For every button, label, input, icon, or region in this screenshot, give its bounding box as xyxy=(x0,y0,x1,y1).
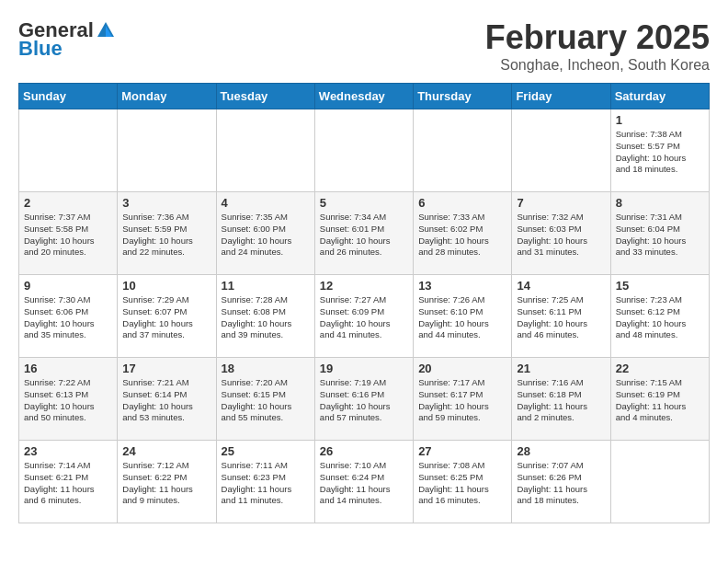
day-info: Sunrise: 7:11 AM Sunset: 6:23 PM Dayligh… xyxy=(222,460,310,507)
logo-icon xyxy=(96,20,116,40)
day-info: Sunrise: 7:28 AM Sunset: 6:08 PM Dayligh… xyxy=(222,294,310,341)
day-info: Sunrise: 7:31 AM Sunset: 6:04 PM Dayligh… xyxy=(616,212,704,259)
calendar-week-row: 16Sunrise: 7:22 AM Sunset: 6:13 PM Dayli… xyxy=(19,358,710,441)
day-info: Sunrise: 7:12 AM Sunset: 6:22 PM Dayligh… xyxy=(122,460,210,507)
calendar-cell xyxy=(414,109,512,192)
day-info: Sunrise: 7:23 AM Sunset: 6:12 PM Dayligh… xyxy=(616,294,704,341)
day-number: 10 xyxy=(122,279,210,293)
calendar-cell xyxy=(314,109,413,192)
day-number: 6 xyxy=(418,196,506,210)
day-number: 25 xyxy=(222,444,310,458)
logo: General Blue xyxy=(18,18,116,61)
day-info: Sunrise: 7:27 AM Sunset: 6:09 PM Dayligh… xyxy=(320,294,408,341)
calendar-cell: 1Sunrise: 7:38 AM Sunset: 5:57 PM Daylig… xyxy=(610,109,709,192)
calendar-cell: 2Sunrise: 7:37 AM Sunset: 5:58 PM Daylig… xyxy=(19,192,118,275)
day-info: Sunrise: 7:20 AM Sunset: 6:15 PM Dayligh… xyxy=(222,377,310,424)
day-number: 2 xyxy=(24,196,112,210)
weekday-header-wednesday: Wednesday xyxy=(314,84,413,109)
calendar-cell: 12Sunrise: 7:27 AM Sunset: 6:09 PM Dayli… xyxy=(314,275,413,358)
day-number: 3 xyxy=(122,196,210,210)
calendar-cell: 20Sunrise: 7:17 AM Sunset: 6:17 PM Dayli… xyxy=(414,358,512,441)
day-info: Sunrise: 7:30 AM Sunset: 6:06 PM Dayligh… xyxy=(24,294,112,341)
weekday-header-friday: Friday xyxy=(512,84,610,109)
month-title: February 2025 xyxy=(485,18,710,57)
day-number: 1 xyxy=(616,113,704,127)
day-info: Sunrise: 7:34 AM Sunset: 6:01 PM Dayligh… xyxy=(320,212,408,259)
weekday-header-saturday: Saturday xyxy=(610,84,709,109)
day-info: Sunrise: 7:29 AM Sunset: 6:07 PM Dayligh… xyxy=(122,294,210,341)
day-info: Sunrise: 7:16 AM Sunset: 6:18 PM Dayligh… xyxy=(517,377,605,424)
calendar-cell: 28Sunrise: 7:07 AM Sunset: 6:26 PM Dayli… xyxy=(512,441,610,523)
day-info: Sunrise: 7:36 AM Sunset: 5:59 PM Dayligh… xyxy=(122,212,210,259)
day-info: Sunrise: 7:35 AM Sunset: 6:00 PM Dayligh… xyxy=(222,212,310,259)
weekday-header-sunday: Sunday xyxy=(19,84,118,109)
calendar-cell: 24Sunrise: 7:12 AM Sunset: 6:22 PM Dayli… xyxy=(118,441,216,523)
calendar-cell: 22Sunrise: 7:15 AM Sunset: 6:19 PM Dayli… xyxy=(610,358,709,441)
calendar-cell xyxy=(19,109,118,192)
calendar-cell: 13Sunrise: 7:26 AM Sunset: 6:10 PM Dayli… xyxy=(414,275,512,358)
day-number: 28 xyxy=(517,444,605,458)
day-number: 8 xyxy=(616,196,704,210)
day-number: 22 xyxy=(616,362,704,375)
calendar-cell: 18Sunrise: 7:20 AM Sunset: 6:15 PM Dayli… xyxy=(216,358,314,441)
calendar-week-row: 1Sunrise: 7:38 AM Sunset: 5:57 PM Daylig… xyxy=(19,109,710,192)
calendar-cell: 9Sunrise: 7:30 AM Sunset: 6:06 PM Daylig… xyxy=(19,275,118,358)
calendar-cell: 8Sunrise: 7:31 AM Sunset: 6:04 PM Daylig… xyxy=(610,192,709,275)
calendar-cell: 7Sunrise: 7:32 AM Sunset: 6:03 PM Daylig… xyxy=(512,192,610,275)
calendar-cell: 17Sunrise: 7:21 AM Sunset: 6:14 PM Dayli… xyxy=(118,358,216,441)
calendar-cell xyxy=(512,109,610,192)
calendar-cell: 10Sunrise: 7:29 AM Sunset: 6:07 PM Dayli… xyxy=(118,275,216,358)
calendar-cell: 16Sunrise: 7:22 AM Sunset: 6:13 PM Dayli… xyxy=(19,358,118,441)
calendar-cell xyxy=(118,109,216,192)
header: General Blue February 2025 Songhae, Inch… xyxy=(18,18,710,74)
weekday-header-row: SundayMondayTuesdayWednesdayThursdayFrid… xyxy=(19,84,710,109)
day-info: Sunrise: 7:10 AM Sunset: 6:24 PM Dayligh… xyxy=(320,460,408,507)
weekday-header-monday: Monday xyxy=(118,84,216,109)
day-number: 20 xyxy=(418,362,506,375)
day-number: 11 xyxy=(222,279,310,293)
day-info: Sunrise: 7:32 AM Sunset: 6:03 PM Dayligh… xyxy=(517,212,605,259)
logo-blue-text: Blue xyxy=(18,37,63,61)
day-info: Sunrise: 7:17 AM Sunset: 6:17 PM Dayligh… xyxy=(418,377,506,424)
day-number: 21 xyxy=(517,362,605,375)
calendar-cell: 14Sunrise: 7:25 AM Sunset: 6:11 PM Dayli… xyxy=(512,275,610,358)
calendar-week-row: 2Sunrise: 7:37 AM Sunset: 5:58 PM Daylig… xyxy=(19,192,710,275)
day-number: 12 xyxy=(320,279,408,293)
day-info: Sunrise: 7:21 AM Sunset: 6:14 PM Dayligh… xyxy=(122,377,210,424)
day-number: 13 xyxy=(418,279,506,293)
day-number: 7 xyxy=(517,196,605,210)
calendar-cell xyxy=(216,109,314,192)
day-number: 17 xyxy=(122,362,210,375)
day-number: 4 xyxy=(222,196,310,210)
weekday-header-thursday: Thursday xyxy=(414,84,512,109)
day-number: 18 xyxy=(222,362,310,375)
location-subtitle: Songhae, Incheon, South Korea xyxy=(485,57,710,74)
calendar-cell: 11Sunrise: 7:28 AM Sunset: 6:08 PM Dayli… xyxy=(216,275,314,358)
day-number: 16 xyxy=(24,362,112,375)
calendar-cell: 19Sunrise: 7:19 AM Sunset: 6:16 PM Dayli… xyxy=(314,358,413,441)
calendar-week-row: 9Sunrise: 7:30 AM Sunset: 6:06 PM Daylig… xyxy=(19,275,710,358)
day-number: 27 xyxy=(418,444,506,458)
calendar-cell: 23Sunrise: 7:14 AM Sunset: 6:21 PM Dayli… xyxy=(19,441,118,523)
day-number: 14 xyxy=(517,279,605,293)
day-number: 5 xyxy=(320,196,408,210)
calendar-cell xyxy=(610,441,709,523)
day-info: Sunrise: 7:07 AM Sunset: 6:26 PM Dayligh… xyxy=(517,460,605,507)
day-info: Sunrise: 7:22 AM Sunset: 6:13 PM Dayligh… xyxy=(24,377,112,424)
day-number: 24 xyxy=(122,444,210,458)
calendar-cell: 4Sunrise: 7:35 AM Sunset: 6:00 PM Daylig… xyxy=(216,192,314,275)
day-info: Sunrise: 7:19 AM Sunset: 6:16 PM Dayligh… xyxy=(320,377,408,424)
calendar-cell: 6Sunrise: 7:33 AM Sunset: 6:02 PM Daylig… xyxy=(414,192,512,275)
calendar-cell: 15Sunrise: 7:23 AM Sunset: 6:12 PM Dayli… xyxy=(610,275,709,358)
title-area: February 2025 Songhae, Incheon, South Ko… xyxy=(485,18,710,74)
day-number: 23 xyxy=(24,444,112,458)
calendar-cell: 3Sunrise: 7:36 AM Sunset: 5:59 PM Daylig… xyxy=(118,192,216,275)
day-info: Sunrise: 7:33 AM Sunset: 6:02 PM Dayligh… xyxy=(418,212,506,259)
day-number: 15 xyxy=(616,279,704,293)
day-number: 19 xyxy=(320,362,408,375)
day-info: Sunrise: 7:08 AM Sunset: 6:25 PM Dayligh… xyxy=(418,460,506,507)
calendar-cell: 26Sunrise: 7:10 AM Sunset: 6:24 PM Dayli… xyxy=(314,441,413,523)
day-info: Sunrise: 7:14 AM Sunset: 6:21 PM Dayligh… xyxy=(24,460,112,507)
calendar-cell: 25Sunrise: 7:11 AM Sunset: 6:23 PM Dayli… xyxy=(216,441,314,523)
calendar-cell: 21Sunrise: 7:16 AM Sunset: 6:18 PM Dayli… xyxy=(512,358,610,441)
